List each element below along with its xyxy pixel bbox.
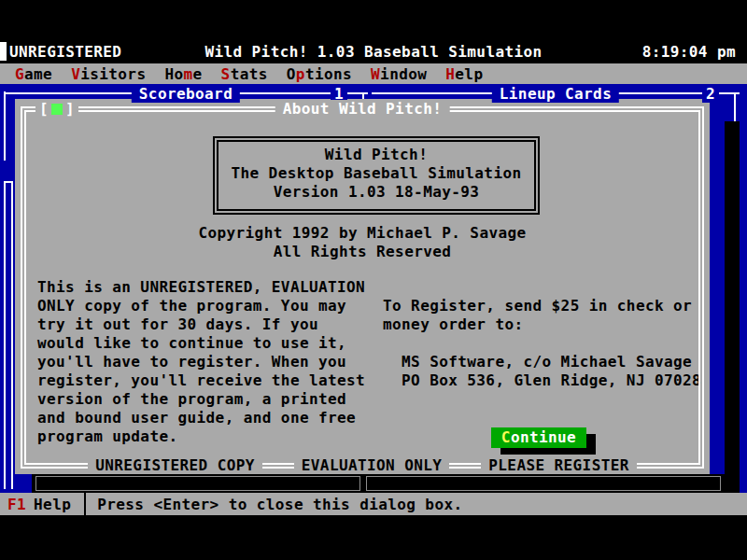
app-screen: UNREGISTERED Wild Pitch! 1.03 Baseball S… <box>0 0 747 560</box>
window-title-scoreboard: Scoreboard <box>132 85 240 103</box>
about-dialog: [] About Wild Pitch! Wild Pitch! The Des… <box>15 99 710 474</box>
dialog-title: About Wild Pitch! <box>275 100 450 118</box>
clock: 8:19:04 pm <box>642 43 736 61</box>
menu-home[interactable]: Home <box>155 65 211 83</box>
register-instructions: To Register, send $25 in check or money … <box>383 297 692 334</box>
statusbar-message: Press <Enter> to close this dialog box. <box>97 496 462 513</box>
menu-visitors[interactable]: Visitors <box>62 65 155 83</box>
window-number-badge: 2 <box>702 85 719 103</box>
frame-corner <box>734 93 736 123</box>
menu-window[interactable]: Window <box>361 65 436 83</box>
app-title: Wild Pitch! 1.03 Baseball Simulation <box>0 43 747 61</box>
dialog-footer: UNREGISTERED COPY EVALUATION ONLY PLEASE… <box>22 456 702 474</box>
window-border-fragment <box>4 181 6 489</box>
menu-stats[interactable]: Stats <box>212 65 277 83</box>
f1-key-label[interactable]: Help <box>34 496 71 513</box>
register-address: MS Software, c/o Michael Savage PO Box 5… <box>383 353 701 390</box>
program-info-box: Wild Pitch! The Desktop Baseball Simulat… <box>213 136 540 215</box>
dialog-shadow <box>725 121 740 493</box>
statusbar-divider <box>84 493 86 515</box>
window-title-lineup: Lineup Cards <box>492 85 619 103</box>
footer-register: PLEASE REGISTER <box>481 456 637 474</box>
menu-help[interactable]: Help <box>436 65 492 83</box>
shadowed-window-border <box>366 476 721 491</box>
status-bar: F1 Help Press <Enter> to close this dial… <box>0 493 747 515</box>
menu-bar: Game Visitors Home Stats Options Window … <box>0 63 747 84</box>
dialog-frame: [] About Wild Pitch! Wild Pitch! The Des… <box>21 106 704 469</box>
dialog-shadow <box>32 474 740 493</box>
menu-options[interactable]: Options <box>277 65 361 83</box>
desktop: Scoreboard 1 Lineup Cards 2 [] About Wil… <box>0 84 747 493</box>
menu-game[interactable]: Game <box>6 65 62 83</box>
program-info-text: Wild Pitch! The Desktop Baseball Simulat… <box>215 146 538 202</box>
window-border-fragment <box>4 91 6 161</box>
f1-key-hint[interactable]: F1 <box>7 496 26 513</box>
shadowed-window-border <box>35 476 360 491</box>
footer-unregistered: UNREGISTERED COPY <box>88 456 262 474</box>
evaluation-notice-text: This is an UNREGISTERED, EVALUATION ONLY… <box>37 278 365 446</box>
close-button[interactable]: [] <box>35 100 78 118</box>
copyright-text: Copyright 1992 by Michael P. Savage All … <box>22 224 702 261</box>
window-border-fragment <box>11 181 13 489</box>
continue-button[interactable]: Continue <box>491 427 586 448</box>
footer-evaluation: EVALUATION ONLY <box>294 456 450 474</box>
close-icon <box>51 104 63 115</box>
app-titlebar: UNREGISTERED Wild Pitch! 1.03 Baseball S… <box>0 41 747 63</box>
